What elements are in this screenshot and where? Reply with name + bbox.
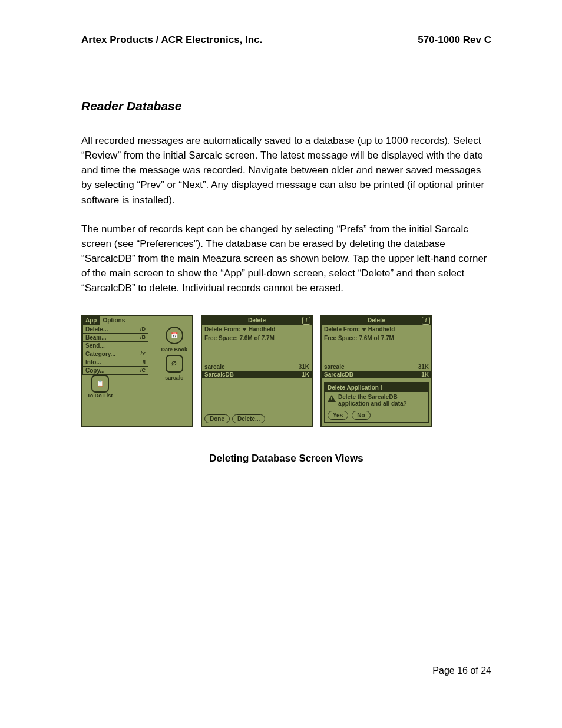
file-row-sarcalc[interactable]: sarcalc31K bbox=[202, 363, 312, 371]
dropdown-arrow-icon[interactable] bbox=[242, 328, 247, 331]
screenshot-app-menu: App Options Delete.../D Beam.../B Send..… bbox=[81, 315, 193, 427]
datebook-label: Date Book bbox=[161, 347, 187, 353]
delete-from-value[interactable]: Handheld bbox=[249, 326, 276, 332]
button-row: Done Delete... bbox=[204, 414, 265, 423]
done-button[interactable]: Done bbox=[204, 414, 230, 423]
no-button[interactable]: No bbox=[352, 411, 370, 420]
paragraph-2: The number of records kept can be change… bbox=[81, 222, 491, 296]
info-icon[interactable]: i bbox=[302, 317, 310, 325]
menu-item-send[interactable]: Send... bbox=[83, 341, 148, 350]
menu-item-delete[interactable]: Delete.../D bbox=[83, 325, 148, 333]
sarcalc-icon[interactable]: ∅ bbox=[166, 355, 183, 373]
header-left: Artex Products / ACR Electronics, Inc. bbox=[81, 34, 262, 46]
confirm-dialog: Delete Application i Delete the SarcalcD… bbox=[324, 382, 429, 423]
title-text: Delete bbox=[248, 317, 266, 324]
dialog-body-text: Delete the SarcalcDB application and all… bbox=[338, 394, 425, 407]
menu-item-beam[interactable]: Beam.../B bbox=[83, 333, 148, 341]
page-header: Artex Products / ACR Electronics, Inc. 5… bbox=[81, 34, 491, 46]
dropdown-arrow-icon-3[interactable] bbox=[362, 328, 366, 331]
header-right: 570-1000 Rev C bbox=[418, 34, 491, 46]
paragraph-1: All recorded messages are automatically … bbox=[81, 133, 491, 207]
delete-from-label: Delete From: bbox=[204, 326, 240, 332]
file-row-sarcalcdb[interactable]: SarcalcDB1K bbox=[202, 371, 312, 378]
warning-icon bbox=[328, 395, 336, 402]
datebook-icon[interactable]: 📅 bbox=[166, 327, 183, 344]
titlebar-delete: Delete i bbox=[202, 316, 312, 325]
page-footer: Page 16 of 24 bbox=[432, 666, 491, 676]
launcher-column: 📅 Date Book ∅ sarcalc bbox=[161, 327, 187, 381]
file-row-sarcalcdb-3[interactable]: SarcalcDB1K bbox=[322, 371, 431, 378]
menubar: App Options bbox=[82, 316, 192, 325]
delete-from-value-3[interactable]: Handheld bbox=[368, 326, 395, 332]
free-space: Free Space: 7.6M of 7.7M bbox=[202, 334, 312, 342]
screenshot-delete-confirm: Delete i Delete From: Handheld Free Spac… bbox=[320, 315, 432, 427]
sarcalc-label: sarcalc bbox=[165, 375, 183, 381]
delete-from-label-3: Delete From: bbox=[324, 326, 360, 332]
separator-line bbox=[204, 344, 309, 351]
todolist-icon[interactable]: 📋 bbox=[91, 375, 109, 393]
todo-block: 📋 To Do List bbox=[87, 375, 113, 398]
screenshot-delete-list: Delete i Delete From: Handheld Free Spac… bbox=[201, 315, 313, 427]
delete-button[interactable]: Delete... bbox=[232, 414, 265, 423]
dialog-info-icon[interactable]: i bbox=[381, 384, 382, 391]
titlebar-delete-3: Delete i bbox=[322, 316, 431, 325]
figures-row: App Options Delete.../D Beam.../B Send..… bbox=[81, 315, 491, 427]
separator-line-3 bbox=[324, 344, 429, 351]
yes-button[interactable]: Yes bbox=[328, 411, 348, 420]
menu-item-info[interactable]: Info.../I bbox=[83, 358, 148, 366]
free-space-3: Free Space: 7.6M of 7.7M bbox=[322, 334, 431, 342]
todolist-label: To Do List bbox=[87, 393, 113, 398]
menu-options[interactable]: Options bbox=[100, 316, 128, 325]
body-text: All recorded messages are automatically … bbox=[81, 133, 491, 296]
section-heading: Reader Database bbox=[81, 99, 491, 113]
app-dropdown: Delete.../D Beam.../B Send... Category..… bbox=[82, 325, 148, 375]
title-text-3: Delete bbox=[368, 317, 385, 324]
menu-app[interactable]: App bbox=[82, 316, 100, 325]
menu-item-category[interactable]: Category.../Y bbox=[83, 350, 148, 358]
dialog-title: Delete Application i bbox=[325, 383, 428, 392]
menu-item-copy[interactable]: Copy.../C bbox=[83, 366, 148, 374]
delete-from-row-3: Delete From: Handheld bbox=[322, 325, 431, 334]
delete-from-row: Delete From: Handheld bbox=[202, 325, 312, 334]
info-icon-3[interactable]: i bbox=[422, 317, 430, 325]
figure-caption: Deleting Database Screen Views bbox=[81, 453, 491, 465]
file-row-sarcalc-3[interactable]: sarcalc31K bbox=[322, 363, 431, 371]
